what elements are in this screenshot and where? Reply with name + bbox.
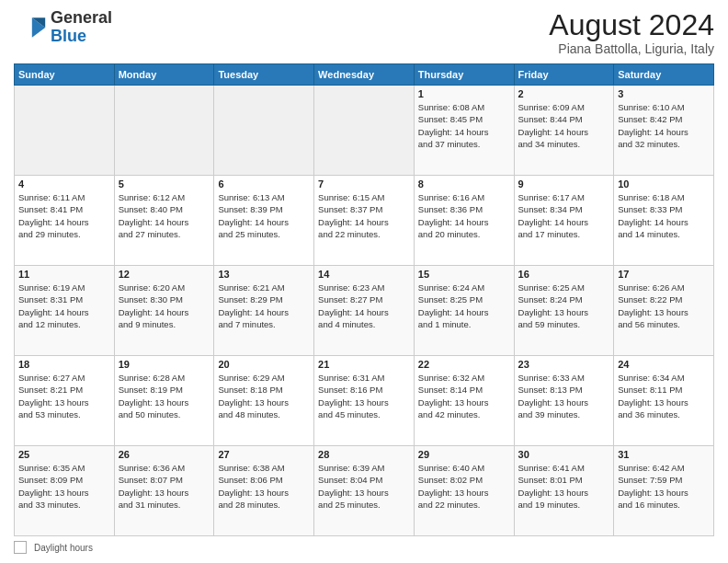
- calendar-week-2: 4Sunrise: 6:11 AM Sunset: 8:41 PM Daylig…: [15, 176, 714, 266]
- calendar-cell: [15, 86, 115, 176]
- day-number: 5: [119, 178, 210, 190]
- calendar-cell: [114, 86, 214, 176]
- day-number: 4: [18, 178, 110, 190]
- calendar-cell: 28Sunrise: 6:39 AM Sunset: 8:04 PM Dayli…: [314, 446, 415, 536]
- calendar-week-4: 18Sunrise: 6:27 AM Sunset: 8:21 PM Dayli…: [15, 356, 714, 446]
- day-info: Sunrise: 6:25 AM Sunset: 8:24 PM Dayligh…: [518, 282, 610, 330]
- calendar-cell: 14Sunrise: 6:23 AM Sunset: 8:27 PM Dayli…: [314, 266, 415, 356]
- day-number: 10: [618, 178, 710, 190]
- day-info: Sunrise: 6:31 AM Sunset: 8:16 PM Dayligh…: [318, 372, 410, 420]
- day-info: Sunrise: 6:35 AM Sunset: 8:09 PM Dayligh…: [18, 462, 110, 511]
- day-info: Sunrise: 6:13 AM Sunset: 8:39 PM Dayligh…: [218, 191, 310, 240]
- day-of-week-tuesday: Tuesday: [214, 64, 314, 86]
- calendar-cell: 19Sunrise: 6:28 AM Sunset: 8:19 PM Dayli…: [114, 356, 214, 446]
- day-number: 20: [218, 359, 310, 370]
- daylight-box: [14, 541, 27, 554]
- calendar-cell: 9Sunrise: 6:17 AM Sunset: 8:34 PM Daylig…: [514, 176, 614, 266]
- day-number: 27: [218, 449, 310, 460]
- day-info: Sunrise: 6:36 AM Sunset: 8:07 PM Dayligh…: [119, 462, 210, 511]
- day-of-week-friday: Friday: [514, 64, 614, 86]
- calendar-table: SundayMondayTuesdayWednesdayThursdayFrid…: [14, 63, 714, 536]
- day-info: Sunrise: 6:29 AM Sunset: 8:18 PM Dayligh…: [218, 372, 310, 420]
- day-info: Sunrise: 6:38 AM Sunset: 8:06 PM Dayligh…: [218, 462, 310, 511]
- calendar-week-3: 11Sunrise: 6:19 AM Sunset: 8:31 PM Dayli…: [15, 266, 714, 356]
- day-of-week-sunday: Sunday: [15, 64, 115, 86]
- location: Piana Battolla, Liguria, Italy: [549, 41, 714, 56]
- calendar-cell: 15Sunrise: 6:24 AM Sunset: 8:25 PM Dayli…: [414, 266, 514, 356]
- day-info: Sunrise: 6:18 AM Sunset: 8:33 PM Dayligh…: [618, 191, 710, 240]
- daylight-label: Daylight hours: [34, 543, 93, 553]
- day-number: 1: [418, 88, 510, 99]
- month-title: August 2024: [549, 9, 714, 41]
- calendar-cell: 7Sunrise: 6:15 AM Sunset: 8:37 PM Daylig…: [314, 176, 415, 266]
- day-info: Sunrise: 6:40 AM Sunset: 8:02 PM Dayligh…: [418, 462, 510, 511]
- day-number: 8: [418, 178, 510, 190]
- calendar-cell: 21Sunrise: 6:31 AM Sunset: 8:16 PM Dayli…: [314, 356, 415, 446]
- day-of-week-monday: Monday: [114, 64, 214, 86]
- day-number: 2: [518, 88, 610, 99]
- day-number: 12: [119, 269, 210, 280]
- day-number: 3: [618, 88, 710, 99]
- day-of-week-thursday: Thursday: [414, 64, 514, 86]
- calendar-cell: 26Sunrise: 6:36 AM Sunset: 8:07 PM Dayli…: [114, 446, 214, 536]
- day-of-week-wednesday: Wednesday: [314, 64, 415, 86]
- day-number: 30: [518, 449, 610, 460]
- calendar-cell: 4Sunrise: 6:11 AM Sunset: 8:41 PM Daylig…: [15, 176, 115, 266]
- calendar-cell: 24Sunrise: 6:34 AM Sunset: 8:11 PM Dayli…: [614, 356, 714, 446]
- calendar-cell: [314, 86, 415, 176]
- page: General Blue August 2024 Piana Battolla,…: [0, 0, 728, 563]
- calendar-cell: 3Sunrise: 6:10 AM Sunset: 8:42 PM Daylig…: [614, 86, 714, 176]
- day-info: Sunrise: 6:17 AM Sunset: 8:34 PM Dayligh…: [518, 191, 610, 240]
- day-number: 9: [518, 178, 610, 190]
- footer: Daylight hours: [14, 541, 714, 554]
- day-number: 13: [218, 269, 310, 280]
- day-number: 11: [18, 269, 110, 280]
- day-info: Sunrise: 6:19 AM Sunset: 8:31 PM Dayligh…: [18, 282, 110, 330]
- day-number: 29: [418, 449, 510, 460]
- day-info: Sunrise: 6:41 AM Sunset: 8:01 PM Dayligh…: [518, 462, 610, 511]
- calendar-cell: 17Sunrise: 6:26 AM Sunset: 8:22 PM Dayli…: [614, 266, 714, 356]
- day-number: 31: [618, 449, 710, 460]
- calendar-cell: 13Sunrise: 6:21 AM Sunset: 8:29 PM Dayli…: [214, 266, 314, 356]
- day-info: Sunrise: 6:15 AM Sunset: 8:37 PM Dayligh…: [318, 191, 410, 240]
- calendar-cell: 2Sunrise: 6:09 AM Sunset: 8:44 PM Daylig…: [514, 86, 614, 176]
- day-number: 7: [318, 178, 410, 190]
- day-info: Sunrise: 6:11 AM Sunset: 8:41 PM Dayligh…: [18, 191, 110, 240]
- calendar-cell: 22Sunrise: 6:32 AM Sunset: 8:14 PM Dayli…: [414, 356, 514, 446]
- day-number: 24: [618, 359, 710, 370]
- logo-icon: [14, 11, 47, 44]
- calendar-cell: 5Sunrise: 6:12 AM Sunset: 8:40 PM Daylig…: [114, 176, 214, 266]
- calendar-cell: 10Sunrise: 6:18 AM Sunset: 8:33 PM Dayli…: [614, 176, 714, 266]
- day-info: Sunrise: 6:34 AM Sunset: 8:11 PM Dayligh…: [618, 372, 710, 420]
- day-number: 22: [418, 359, 510, 370]
- calendar-week-5: 25Sunrise: 6:35 AM Sunset: 8:09 PM Dayli…: [15, 446, 714, 536]
- day-of-week-saturday: Saturday: [614, 64, 714, 86]
- day-number: 16: [518, 269, 610, 280]
- day-info: Sunrise: 6:28 AM Sunset: 8:19 PM Dayligh…: [119, 372, 210, 420]
- day-number: 17: [618, 269, 710, 280]
- calendar-cell: 18Sunrise: 6:27 AM Sunset: 8:21 PM Dayli…: [15, 356, 115, 446]
- calendar-cell: 6Sunrise: 6:13 AM Sunset: 8:39 PM Daylig…: [214, 176, 314, 266]
- calendar-cell: 8Sunrise: 6:16 AM Sunset: 8:36 PM Daylig…: [414, 176, 514, 266]
- day-info: Sunrise: 6:16 AM Sunset: 8:36 PM Dayligh…: [418, 191, 510, 240]
- calendar-cell: 23Sunrise: 6:33 AM Sunset: 8:13 PM Dayli…: [514, 356, 614, 446]
- day-info: Sunrise: 6:08 AM Sunset: 8:45 PM Dayligh…: [418, 101, 510, 150]
- day-number: 26: [119, 449, 210, 460]
- day-number: 6: [218, 178, 310, 190]
- calendar-cell: 25Sunrise: 6:35 AM Sunset: 8:09 PM Dayli…: [15, 446, 115, 536]
- day-info: Sunrise: 6:20 AM Sunset: 8:30 PM Dayligh…: [119, 282, 210, 330]
- calendar-header-row: SundayMondayTuesdayWednesdayThursdayFrid…: [15, 64, 714, 86]
- day-info: Sunrise: 6:42 AM Sunset: 7:59 PM Dayligh…: [618, 462, 710, 511]
- day-info: Sunrise: 6:24 AM Sunset: 8:25 PM Dayligh…: [418, 282, 510, 330]
- day-info: Sunrise: 6:21 AM Sunset: 8:29 PM Dayligh…: [218, 282, 310, 330]
- day-info: Sunrise: 6:39 AM Sunset: 8:04 PM Dayligh…: [318, 462, 410, 511]
- calendar-cell: 29Sunrise: 6:40 AM Sunset: 8:02 PM Dayli…: [414, 446, 514, 536]
- day-number: 23: [518, 359, 610, 370]
- logo-general: General: [51, 9, 112, 28]
- calendar-cell: 20Sunrise: 6:29 AM Sunset: 8:18 PM Dayli…: [214, 356, 314, 446]
- day-number: 19: [119, 359, 210, 370]
- logo: General Blue: [14, 9, 112, 46]
- calendar-week-1: 1Sunrise: 6:08 AM Sunset: 8:45 PM Daylig…: [15, 86, 714, 176]
- day-number: 28: [318, 449, 410, 460]
- day-info: Sunrise: 6:26 AM Sunset: 8:22 PM Dayligh…: [618, 282, 710, 330]
